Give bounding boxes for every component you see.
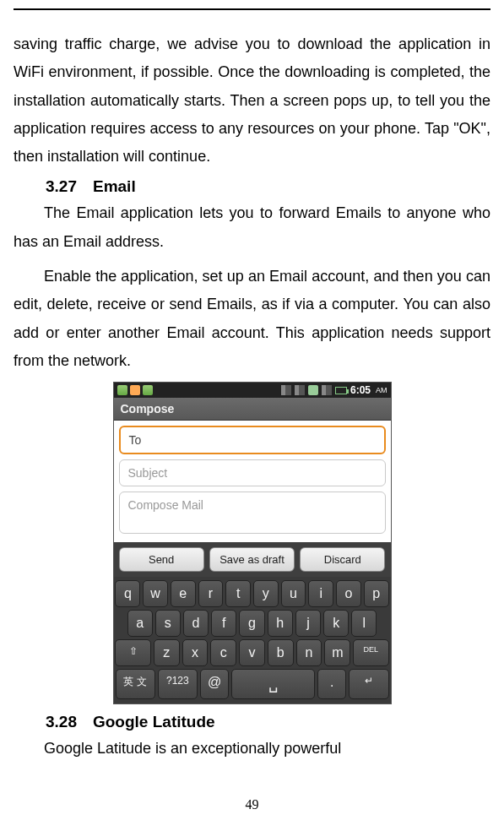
subject-field[interactable]: Subject	[119, 459, 386, 486]
at-key[interactable]: @	[200, 669, 229, 699]
page-number: 49	[0, 797, 504, 812]
enter-key[interactable]: ↵	[349, 669, 388, 699]
signal-icon	[281, 385, 291, 395]
key-h[interactable]: h	[268, 610, 293, 637]
status-time: 6:05	[350, 384, 371, 396]
key-k[interactable]: k	[323, 610, 349, 637]
section-heading-email: 3.27Email	[46, 177, 490, 196]
key-s[interactable]: s	[155, 610, 181, 637]
cell-icon	[322, 385, 332, 395]
key-o[interactable]: o	[336, 580, 361, 607]
key-d[interactable]: d	[183, 610, 209, 637]
compose-buttons: Send Save as draft Discard	[114, 542, 391, 577]
dot-key[interactable]: .	[317, 669, 346, 699]
section-number: 3.28	[46, 713, 77, 731]
paragraph-latitude: Google Latitude is an exceptionally powe…	[14, 735, 490, 763]
key-a[interactable]: a	[127, 610, 153, 637]
key-q[interactable]: q	[115, 580, 140, 607]
key-x[interactable]: x	[182, 639, 209, 666]
to-field[interactable]: To	[119, 426, 386, 454]
status-icon	[143, 385, 153, 395]
key-p[interactable]: p	[364, 580, 389, 607]
key-z[interactable]: z	[154, 639, 180, 666]
top-rule	[14, 8, 490, 10]
key-r[interactable]: r	[198, 580, 224, 607]
key-u[interactable]: u	[281, 580, 306, 607]
status-icon	[130, 385, 140, 395]
keyboard-row-2: asdfghjkl	[116, 610, 389, 637]
network-icon	[308, 385, 318, 395]
section-number: 3.27	[46, 177, 77, 195]
keyboard-row-3: ⇧zxcvbnmDEL	[116, 639, 389, 666]
key-t[interactable]: t	[225, 580, 251, 607]
section-title: Google Latitude	[93, 713, 215, 731]
paragraph-intro: saving traffic charge, we advise you to …	[14, 30, 490, 171]
key-n[interactable]: n	[296, 639, 322, 666]
signal-icon	[295, 385, 305, 395]
key-⇧[interactable]: ⇧	[115, 639, 150, 666]
paragraph-email-1: The Email application lets you to forwar…	[14, 199, 490, 256]
status-icon	[117, 385, 127, 395]
key-w[interactable]: w	[143, 580, 168, 607]
embedded-screenshot: 6:05AM Compose To Subject Compose Mail S…	[113, 382, 392, 704]
keyboard: qwertyuiop asdfghjkl ⇧zxcvbnmDEL 英 文 ?12…	[114, 577, 391, 703]
key-DEL[interactable]: DEL	[353, 639, 388, 666]
body-field[interactable]: Compose Mail	[119, 492, 386, 534]
battery-icon	[335, 387, 347, 394]
symbols-key[interactable]: ?123	[158, 669, 198, 699]
key-y[interactable]: y	[253, 580, 279, 607]
lang-key[interactable]: 英 文	[116, 669, 155, 699]
discard-button[interactable]: Discard	[300, 547, 385, 572]
key-j[interactable]: j	[295, 610, 321, 637]
key-f[interactable]: f	[211, 610, 236, 637]
key-e[interactable]: e	[171, 580, 196, 607]
space-key[interactable]: ␣	[231, 669, 315, 699]
key-m[interactable]: m	[324, 639, 350, 666]
key-c[interactable]: c	[210, 639, 236, 666]
section-heading-latitude: 3.28Google Latitude	[46, 713, 490, 731]
key-b[interactable]: b	[268, 639, 294, 666]
key-v[interactable]: v	[239, 639, 265, 666]
compose-header: Compose	[114, 398, 391, 421]
status-bar: 6:05AM	[114, 383, 391, 398]
send-button[interactable]: Send	[119, 547, 204, 572]
section-title: Email	[93, 177, 136, 195]
keyboard-row-1: qwertyuiop	[116, 580, 389, 607]
keyboard-row-4: 英 文 ?123 @ ␣ . ↵	[116, 669, 389, 699]
key-i[interactable]: i	[308, 580, 333, 607]
key-g[interactable]: g	[239, 610, 264, 637]
paragraph-email-2: Enable the application, set up an Email …	[14, 263, 490, 375]
status-ampm: AM	[376, 386, 387, 394]
compose-fields: To Subject Compose Mail	[114, 421, 391, 542]
save-draft-button[interactable]: Save as draft	[209, 547, 295, 572]
key-l[interactable]: l	[351, 610, 377, 637]
